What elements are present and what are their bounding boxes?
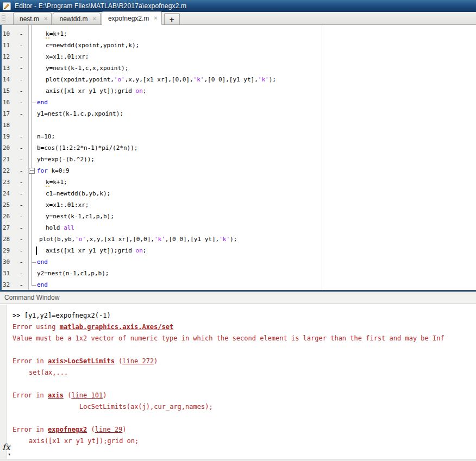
breakpoint-marker[interactable]: - (14, 51, 28, 62)
code-token: ; (143, 247, 147, 254)
breakpoint-marker[interactable]: - (14, 154, 28, 165)
editor-line-14[interactable]: 14-plot(xpoint,ypoint,'o',x,y,[x1 xr],[0… (0, 74, 476, 85)
string-token: 'k' (154, 236, 165, 243)
error-text: Error using (12, 323, 60, 331)
error-link[interactable]: line 272 (122, 357, 154, 365)
error-link[interactable]: matlab.graphics.axis.Axes/set (60, 323, 174, 331)
breakpoint-marker[interactable]: - (14, 142, 28, 154)
code-text: c=newtdd(xpoint,ypoint,k); (28, 40, 139, 51)
error-text: Error in (12, 357, 48, 365)
error-text: ( (64, 391, 71, 399)
tab-expofnegx2-m[interactable]: expofnegx2.m× (102, 11, 162, 25)
editor-line-30[interactable]: 30-end (0, 256, 476, 268)
code-text: yb=exp(-(b.^2)); (28, 154, 95, 165)
tab-newtdd-m[interactable]: newtdd.m× (53, 12, 100, 24)
code-text: for k=0:9 (28, 165, 70, 176)
editor-line-10[interactable]: 10-k=k+1; (0, 28, 476, 40)
editor-line-23[interactable]: 23-k=k+1; (0, 176, 476, 188)
editor-line-19[interactable]: 19-n=10; (0, 131, 476, 142)
editor-line-28[interactable]: 28-plot(b,yb,'o',x,y,[x1 xr],[0,0],'k',[… (0, 233, 476, 245)
error-link[interactable]: line 29 (95, 426, 123, 433)
breakpoint-marker[interactable]: - (14, 199, 28, 211)
breakpoint-marker[interactable]: - (14, 188, 28, 199)
code-token: axis([x1 xr y1 yt]);grid (46, 87, 136, 94)
line-number: 22 (0, 165, 14, 176)
editor-line-22[interactable]: 22-for k=0:9 (0, 165, 476, 176)
editor-line-25[interactable]: 25-x=x1:.01:xr; (0, 199, 476, 211)
code-token: ); (269, 76, 276, 83)
code-text: axis([x1 xr y1 yt]);grid on; (28, 85, 146, 97)
code-text: x=x1:.01:xr; (28, 51, 89, 62)
breakpoint-marker[interactable]: - (14, 176, 28, 188)
code-text: y=nest(k-1,c,x,xpoint); (28, 62, 128, 74)
editor-line-15[interactable]: 15-axis([x1 xr y1 yt]);grid on; (0, 85, 476, 97)
breakpoint-marker[interactable]: - (14, 256, 28, 268)
command-lines: >> [y1,y2]=expofnegx2(-1)Error using mat… (12, 310, 476, 447)
error-link[interactable]: line 101 (71, 391, 103, 399)
code-token: ,x,y,[x1 xr],[0,0], (125, 76, 193, 83)
close-icon[interactable]: × (154, 15, 157, 21)
command-line (12, 344, 476, 356)
editor-line-12[interactable]: 12-x=x1:.01:xr; (0, 51, 476, 62)
error-link[interactable]: expofnegx2 (48, 426, 87, 433)
tab-label: newtdd.m (59, 15, 87, 23)
editor-line-21[interactable]: 21-yb=exp(-(b.^2)); (0, 154, 476, 165)
fx-function-hints-button[interactable]: fx ▾ (2, 443, 10, 459)
code-editor[interactable]: 10-k=k+1;11-c=newtdd(xpoint,ypoint,k);12… (0, 25, 476, 290)
tab-label: nest.m (20, 15, 39, 23)
breakpoint-marker[interactable]: - (14, 268, 28, 279)
window-bottom-edge (0, 459, 476, 461)
editor-line-26[interactable]: 26-y=nest(k-1,c1,p,b); (0, 211, 476, 222)
tab-nest-m[interactable]: nest.m× (13, 12, 52, 24)
editor-line-17[interactable]: 17-y1=nest(k-1,c,p,xpoint); (0, 108, 476, 119)
command-line (12, 378, 476, 390)
toolbar-grip-handle[interactable] (2, 14, 5, 23)
string-token: 'k' (258, 76, 269, 83)
breakpoint-marker[interactable]: - (14, 62, 28, 74)
command-window-output[interactable]: >> [y1,y2]=expofnegx2(-1)Error using mat… (0, 305, 476, 461)
line-number: 23 (0, 176, 14, 188)
breakpoint-marker[interactable]: - (14, 85, 28, 97)
error-text: ) (154, 357, 158, 365)
breakpoint-marker[interactable]: - (14, 211, 28, 222)
breakpoint-marker[interactable]: - (14, 131, 28, 142)
editor-line-32[interactable]: 32-end (0, 279, 476, 290)
breakpoint-marker[interactable]: - (14, 97, 28, 108)
editor-line-20[interactable]: 20-b=cos((1:2:2*n-1)*pi/(2*n)); (0, 142, 476, 154)
editor-line-13[interactable]: 13-y=nest(k-1,c,x,xpoint); (0, 62, 476, 74)
editor-line-24[interactable]: 24-c1=newtdd(b,yb,k); (0, 188, 476, 199)
breakpoint-marker[interactable]: - (14, 108, 28, 119)
editor-line-18[interactable]: 18 (0, 119, 476, 131)
breakpoint-marker[interactable]: - (14, 165, 28, 176)
line-number: 24 (0, 188, 14, 199)
breakpoint-marker[interactable]: - (14, 233, 28, 245)
editor-line-31[interactable]: 31-y2=nest(n-1,c1,p,b); (0, 268, 476, 279)
editor-line-29[interactable]: 29-axis([x1 xr y1 yt]);grid on; (0, 245, 476, 256)
string-token: 'o' (114, 76, 125, 83)
line-number: 12 (0, 51, 14, 62)
command-line: Error using matlab.graphics.axis.Axes/se… (12, 321, 476, 333)
code-token: k (46, 179, 49, 187)
line-number: 16 (0, 97, 14, 108)
breakpoint-marker[interactable]: - (14, 222, 28, 233)
code-text: c1=newtdd(b,yb,k); (28, 188, 110, 199)
breakpoint-marker[interactable]: - (14, 40, 28, 51)
breakpoint-marker[interactable]: - (14, 279, 28, 290)
editor-pencil-icon (3, 2, 11, 10)
string-token: 'k' (219, 236, 230, 243)
close-icon[interactable]: × (92, 16, 96, 22)
editor-line-27[interactable]: 27-hold all (0, 222, 476, 233)
command-line: Error in axis (line 101) (12, 390, 476, 401)
new-tab-button[interactable]: + (164, 13, 180, 24)
breakpoint-marker[interactable]: - (14, 245, 28, 256)
breakpoint-marker[interactable]: - (14, 74, 28, 85)
error-link[interactable]: axis (48, 391, 64, 399)
code-text: k=k+1; (28, 176, 67, 188)
editor-line-11[interactable]: 11-c=newtdd(xpoint,ypoint,k); (0, 40, 476, 51)
tab-strip: nest.m×newtdd.m×expofnegx2.m× (13, 11, 163, 24)
breakpoint-marker[interactable]: - (14, 28, 28, 40)
command-line: Value must be a 1x2 vector of numeric ty… (12, 333, 476, 344)
close-icon[interactable]: × (44, 16, 47, 22)
editor-line-16[interactable]: 16-end (0, 97, 476, 108)
error-link[interactable]: axis>LocSetLimits (48, 357, 115, 365)
